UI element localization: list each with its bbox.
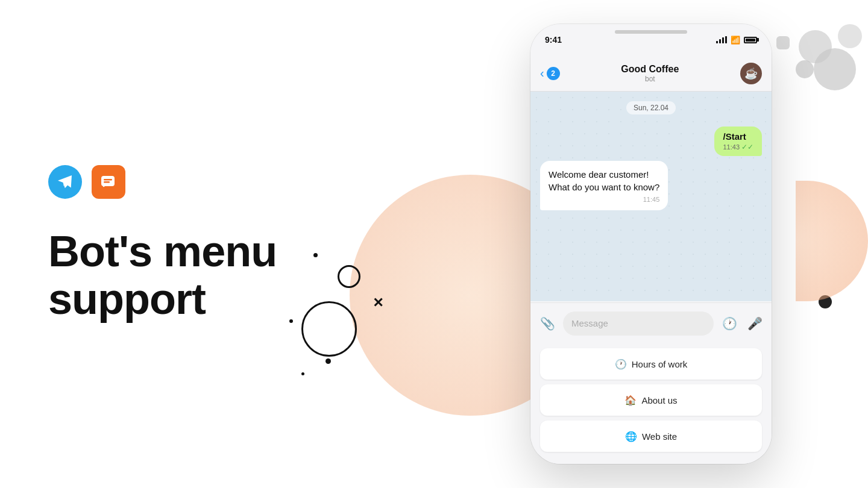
chat-logo [92,165,125,199]
chat-messages: Sun, 22.04 /Start 11:43 ✓✓ Welcome dear … [530,92,772,301]
bubble-in-text: Welcome dear customer!What do you want t… [549,168,659,193]
chat-status: bot [566,75,734,83]
svg-rect-0 [101,176,115,186]
gray-blob-2 [814,48,856,90]
message-input[interactable]: Message [563,311,714,336]
back-arrow-icon: ‹ [540,66,544,80]
check-icon: ✓✓ [741,143,753,151]
chat-avatar: ☕ [740,63,762,84]
headline-line2: support [48,275,206,323]
about-icon: 🏠 [624,395,637,406]
bubble-out-time: 11:43 ✓✓ [723,143,753,151]
unread-badge: 2 [547,67,560,80]
menu-label-about: About us [641,395,677,405]
bot-menu: 🕐 Hours of work 🏠 About us 🌐 Web site [530,343,772,464]
menu-button-hours[interactable]: 🕐 Hours of work [540,348,762,380]
menu-label-hours: Hours of work [632,359,688,369]
hours-icon: 🕐 [615,358,627,370]
sticker-button[interactable]: 🕐 [720,314,739,333]
battery-icon [744,37,757,43]
svg-rect-2 [104,181,110,183]
status-time: 9:41 [545,35,562,45]
menu-button-about[interactable]: 🏠 About us [540,384,762,416]
input-placeholder: Message [571,318,608,328]
status-icons: 📶 [716,36,757,45]
mic-button[interactable]: 🎤 [745,314,764,333]
dot2 [289,319,293,323]
circle-large [301,301,357,357]
dot1 [313,253,318,257]
bubble-in: Welcome dear customer!What do you want t… [540,161,668,210]
back-button[interactable]: ‹ 2 [540,66,560,80]
wifi-icon: 📶 [731,36,740,45]
bubble-out: /Start 11:43 ✓✓ [714,127,762,156]
chat-name: Good Coffee [566,64,734,75]
notch-pill [615,30,687,34]
status-bar: 9:41 📶 [530,24,772,55]
peach-blob-right [796,181,868,301]
left-section: Bot's menu support [48,0,398,488]
phone-body: 9:41 📶 ‹ 2 Good Coffee bot ☕ [530,24,772,464]
telegram-logo [48,165,82,199]
chat-title-area: Good Coffee bot [566,64,734,83]
gray-blob-4 [796,60,814,78]
message-in: Welcome dear customer!What do you want t… [530,158,772,213]
attach-button[interactable]: 📎 [538,314,557,333]
date-chip: Sun, 22.04 [626,101,676,114]
bubble-out-text: /Start [723,131,753,142]
cross-shape-top [776,36,790,49]
dot3 [326,358,331,364]
signal-bars [716,36,727,43]
bubble-in-time: 11:45 [549,196,659,203]
menu-button-website[interactable]: 🌐 Web site [540,421,762,452]
menu-label-website: Web site [642,431,677,442]
cross-mark: ✕ [373,295,383,311]
gray-blob-3 [838,24,862,48]
chat-header: ‹ 2 Good Coffee bot ☕ [530,55,772,92]
svg-rect-1 [104,179,112,181]
phone-mockup: 9:41 📶 ‹ 2 Good Coffee bot ☕ [530,24,772,464]
circle-small [338,265,360,288]
headline-line1: Bot's menu [48,227,277,275]
website-icon: 🌐 [625,431,637,442]
date-divider: Sun, 22.04 [530,92,772,124]
message-out: /Start 11:43 ✓✓ [530,124,772,158]
logos-row [48,165,398,199]
chat-input-area: 📎 Message 🕐 🎤 [530,302,772,343]
dot4 [301,372,304,375]
